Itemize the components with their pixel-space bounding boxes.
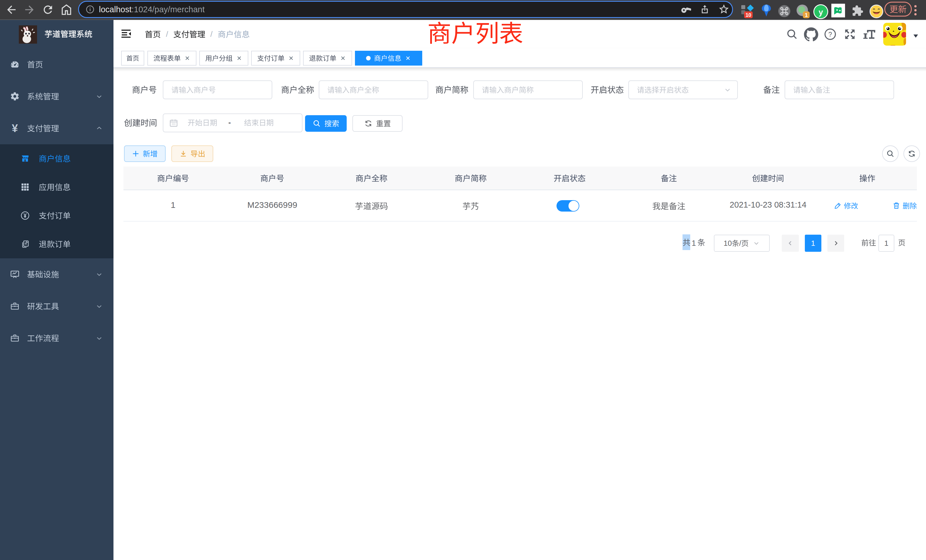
- svg-text:1: 1: [805, 12, 808, 18]
- svg-text:y: y: [819, 8, 823, 17]
- svg-text:10: 10: [746, 12, 751, 18]
- svg-text:?: ?: [829, 31, 832, 38]
